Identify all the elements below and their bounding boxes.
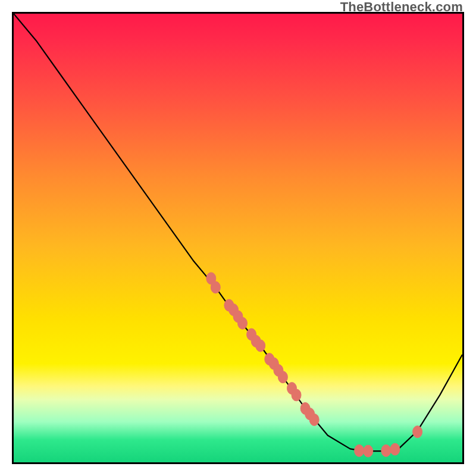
bottleneck-curve [14, 14, 462, 451]
data-point [390, 443, 400, 455]
data-point [256, 340, 265, 352]
data-point [364, 445, 373, 457]
data-point [381, 444, 391, 456]
data-point [238, 317, 248, 329]
data-point [211, 281, 220, 293]
chart-svg [14, 14, 462, 462]
data-points-group [206, 273, 422, 457]
data-point [278, 371, 287, 383]
data-point [292, 389, 301, 401]
chart-frame [12, 12, 464, 464]
data-point [309, 414, 319, 425]
data-point [413, 426, 422, 438]
data-point [355, 444, 364, 456]
